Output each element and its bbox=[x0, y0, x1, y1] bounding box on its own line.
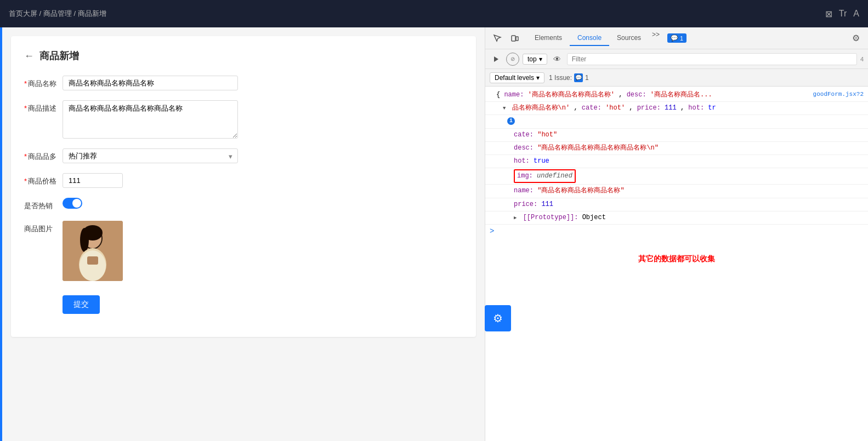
img-highlight-box: img: undefined bbox=[514, 169, 576, 183]
hot-row: 是否热销 bbox=[24, 198, 463, 211]
file-link[interactable]: goodForm.jsx?2 bbox=[813, 90, 864, 100]
gear-button[interactable]: ⚙ bbox=[485, 305, 511, 331]
console-badge: 💬 1 bbox=[667, 33, 687, 43]
console-toolbar: ⊘ top ▾ 👁 4 bbox=[485, 49, 868, 69]
devtools-settings-button[interactable]: ⚙ bbox=[848, 31, 864, 46]
name-row: *商品名称 bbox=[24, 76, 463, 90]
svg-rect-10 bbox=[516, 37, 518, 41]
proto-expand[interactable] bbox=[514, 213, 517, 223]
comma2: , bbox=[574, 104, 581, 112]
form-header: ← 商品新增 bbox=[24, 49, 463, 62]
console-line-img: img: undefined bbox=[485, 168, 868, 185]
text-icon[interactable]: Tr bbox=[839, 9, 847, 19]
hot-label: 是否热销 bbox=[24, 198, 63, 211]
info-icon: i bbox=[507, 117, 515, 125]
top-selector[interactable]: top ▾ bbox=[523, 54, 547, 65]
img-key: img: bbox=[517, 172, 533, 180]
comma3: , bbox=[629, 104, 637, 112]
badge-icon: 💬 bbox=[671, 35, 678, 42]
form-card: ← 商品新增 *商品名称 *商品描述 商品名称商品名称商品名称商品名称 bbox=[11, 36, 476, 337]
console-line-proto: [[Prototype]]: Object bbox=[485, 211, 868, 225]
submit-button[interactable]: 提交 bbox=[63, 295, 100, 314]
submit-spacer bbox=[24, 291, 63, 294]
left-panel: ← 商品新增 *商品名称 *商品描述 商品名称商品名称商品名称商品名称 bbox=[2, 27, 485, 441]
svg-marker-11 bbox=[494, 56, 498, 62]
hot-val: true bbox=[534, 157, 549, 165]
submit-row: 提交 bbox=[24, 291, 463, 314]
desc-key: desc: bbox=[514, 144, 534, 152]
console-line-2: 品名称商品名称\n' , cate: 'hot' , price: 111 , … bbox=[485, 102, 868, 115]
inspector-button[interactable] bbox=[490, 31, 505, 46]
tab-elements[interactable]: Elements bbox=[527, 31, 570, 46]
desc-row: *商品描述 商品名称商品名称商品名称商品名称 bbox=[24, 100, 463, 139]
bottom-annotation: 其它的数据都可以收集 bbox=[485, 238, 868, 270]
top-label: top bbox=[527, 55, 537, 63]
image-label: 商品图片 bbox=[24, 221, 63, 234]
name-val-inline: '商品名称商品名称商品名称' bbox=[528, 91, 615, 99]
required-star: * bbox=[24, 79, 27, 88]
top-dropdown-arrow: ▾ bbox=[539, 55, 542, 63]
category-label: *商品品多 bbox=[24, 148, 63, 162]
watch-button[interactable]: 👁 bbox=[551, 53, 564, 66]
devtools-tabs: Elements Console Sources >> bbox=[527, 31, 663, 46]
badge-count: 1 bbox=[680, 35, 683, 42]
name-key-inline: name: bbox=[504, 91, 527, 99]
issues-count: 1 bbox=[585, 74, 589, 82]
product-image[interactable] bbox=[63, 221, 123, 281]
svg-point-5 bbox=[80, 228, 89, 252]
nav-icons: ⊠ Tr A bbox=[825, 9, 859, 19]
price-input[interactable] bbox=[63, 173, 123, 188]
category-select[interactable]: 热门推荐 新品上架 bbox=[63, 148, 238, 163]
hot-toggle[interactable] bbox=[63, 198, 82, 209]
filter-input[interactable] bbox=[567, 53, 857, 65]
console-prompt: > bbox=[485, 225, 868, 238]
issues-label: 1 Issue: bbox=[549, 74, 572, 82]
price-label: *商品价格 bbox=[24, 173, 63, 186]
more-tabs-button[interactable]: >> bbox=[649, 31, 663, 46]
desc-continuation: 品名称商品名称\n' bbox=[512, 104, 570, 112]
hot-key: hot: bbox=[514, 157, 530, 165]
category-row: *商品品多 热门推荐 新品上架 ▾ bbox=[24, 148, 463, 163]
desc-val-inline-short: '商品名称商品名... bbox=[650, 91, 712, 99]
tab-console[interactable]: Console bbox=[570, 31, 609, 46]
image-row: 商品图片 bbox=[24, 221, 463, 281]
issue-badge: 1 Issue: 💬 1 bbox=[549, 73, 589, 82]
comma1: , bbox=[619, 91, 626, 99]
desc-input[interactable]: 商品名称商品名称商品名称商品名称 bbox=[63, 100, 238, 139]
device-button[interactable] bbox=[507, 31, 523, 46]
bottom-text: 其它的数据都可以收集 bbox=[638, 255, 715, 264]
levels-arrow: ▾ bbox=[536, 74, 540, 82]
console-line-price: price: 111 bbox=[485, 198, 868, 211]
default-levels-button[interactable]: Default levels ▾ bbox=[490, 72, 544, 83]
proto-key: [[Prototype]]: bbox=[523, 214, 578, 221]
run-script-button[interactable] bbox=[490, 53, 503, 66]
price-row: *商品价格 bbox=[24, 173, 463, 188]
font-icon[interactable]: A bbox=[853, 9, 859, 19]
console-line-desc: desc: "商品名称商品名称商品名称商品名称\n" bbox=[485, 142, 868, 155]
img-val: undefined bbox=[537, 172, 572, 180]
svg-rect-8 bbox=[87, 256, 98, 265]
form-title: 商品新增 bbox=[39, 49, 79, 62]
desc-label: *商品描述 bbox=[24, 100, 63, 113]
devtools-panel: Elements Console Sources >> 💬 1 ⚙ ⊘ bbox=[485, 27, 868, 441]
cate-val-inline: 'hot' bbox=[605, 104, 625, 112]
resize-icon[interactable]: ⊠ bbox=[825, 9, 832, 19]
cate-key: cate: bbox=[514, 131, 534, 139]
right-area: ⚙ Elements Console Sources >> bbox=[485, 27, 868, 441]
expand-arrow[interactable] bbox=[503, 103, 506, 113]
back-button[interactable]: ← bbox=[24, 50, 34, 62]
hot-key-inline: hot: bbox=[688, 104, 708, 112]
name-val: "商品名称商品名称商品名称" bbox=[537, 187, 624, 194]
stop-button[interactable]: ⊘ bbox=[506, 53, 519, 66]
svg-rect-9 bbox=[512, 36, 515, 41]
desc-key-inline: desc: bbox=[627, 91, 650, 99]
name-input[interactable] bbox=[63, 76, 238, 90]
cate-key-inline: cate: bbox=[582, 104, 605, 112]
console-output: goodForm.jsx?2 { name: '商品名称商品名称商品名称' , … bbox=[485, 87, 868, 441]
tab-sources[interactable]: Sources bbox=[609, 31, 649, 46]
cate-val: "hot" bbox=[537, 131, 557, 139]
default-levels-label: Default levels bbox=[495, 74, 534, 82]
console-line-hot: hot: true bbox=[485, 155, 868, 168]
proto-val: Object bbox=[582, 214, 606, 221]
console-line-1: goodForm.jsx?2 { name: '商品名称商品名称商品名称' , … bbox=[485, 89, 868, 102]
